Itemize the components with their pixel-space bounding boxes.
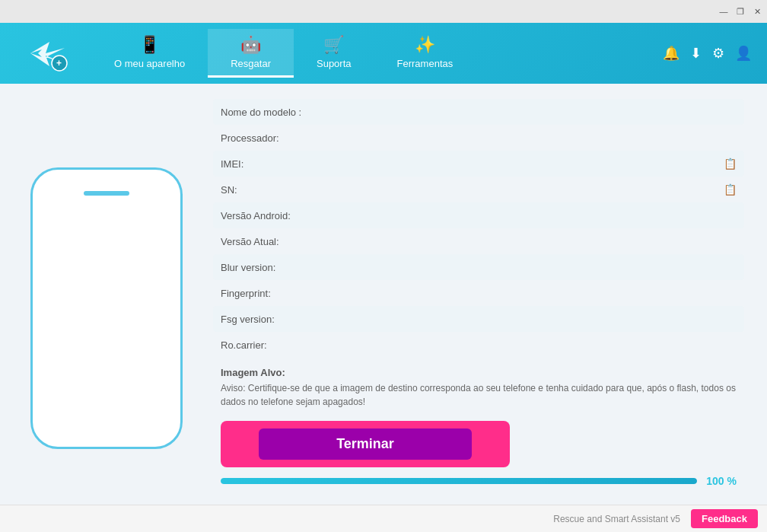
logo: + bbox=[15, 30, 76, 76]
device-icon: 📱 bbox=[139, 35, 160, 55]
version-text: Rescue and Smart Assistant v5 bbox=[553, 514, 680, 524]
minimize-button[interactable]: — bbox=[717, 5, 730, 18]
footer: Rescue and Smart Assistant v5 Feedback bbox=[0, 505, 767, 532]
close-button[interactable]: ✕ bbox=[750, 5, 764, 18]
blur-label: Blur version: bbox=[221, 262, 342, 273]
user-icon[interactable]: 👤 bbox=[735, 45, 752, 62]
model-label: Nome do modelo : bbox=[221, 107, 342, 118]
terminar-button[interactable]: Terminar bbox=[259, 428, 472, 460]
processor-row: Processador: bbox=[213, 125, 744, 151]
imei-label: IMEI: bbox=[221, 158, 342, 170]
nav-item-tools[interactable]: ✨ Ferramentas bbox=[374, 29, 476, 78]
rescue-icon: 🤖 bbox=[240, 35, 261, 55]
current-label: Versão Atual: bbox=[221, 236, 342, 247]
info-panel: Nome do modelo : Processador: IMEI: 📋 SN… bbox=[213, 99, 744, 517]
window-controls: — ❐ ✕ bbox=[717, 5, 764, 18]
terminar-wrapper: Terminar bbox=[221, 421, 510, 467]
fingerprint-row: Fingerprint: bbox=[213, 280, 744, 306]
nav-label-my-device: O meu aparelho bbox=[114, 58, 185, 69]
feedback-button[interactable]: Feedback bbox=[691, 509, 758, 528]
progress-percent: 100 % bbox=[706, 475, 737, 487]
imei-copy-icon[interactable]: 📋 bbox=[724, 158, 737, 170]
nav-items: 📱 O meu aparelho 🤖 Resgatar 🛒 Suporta ✨ … bbox=[91, 29, 663, 78]
terminar-section: Terminar bbox=[213, 421, 744, 467]
processor-label: Processador: bbox=[221, 132, 342, 144]
android-label: Versão Android: bbox=[221, 210, 342, 221]
blur-row: Blur version: bbox=[213, 254, 744, 280]
nav-item-rescue[interactable]: 🤖 Resgatar bbox=[208, 29, 294, 78]
sn-row: SN: 📋 bbox=[213, 177, 744, 202]
bell-icon[interactable]: 🔔 bbox=[663, 45, 679, 62]
imei-row: IMEI: 📋 bbox=[213, 151, 744, 177]
gear-icon[interactable]: ⚙ bbox=[712, 45, 724, 62]
nav-right-icons: 🔔 ⬇ ⚙ 👤 bbox=[663, 45, 752, 62]
aviso-text: Aviso: Certifique-se de que a imagem de … bbox=[221, 381, 737, 409]
navbar: + 📱 O meu aparelho 🤖 Resgatar 🛒 Suporta … bbox=[0, 23, 767, 84]
phone-panel bbox=[23, 99, 190, 517]
fingerprint-label: Fingerprint: bbox=[221, 288, 342, 299]
carrier-label: Ro.carrier: bbox=[221, 339, 342, 351]
sn-copy-icon[interactable]: 📋 bbox=[724, 183, 737, 196]
android-row: Versão Android: bbox=[213, 202, 744, 228]
imagem-alvo-section: Imagem Alvo: Aviso: Certifique-se de que… bbox=[213, 362, 744, 413]
tools-icon: ✨ bbox=[415, 35, 435, 55]
nav-label-tools: Ferramentas bbox=[397, 58, 454, 69]
nav-item-my-device[interactable]: 📱 O meu aparelho bbox=[91, 29, 208, 78]
nav-item-support[interactable]: 🛒 Suporta bbox=[294, 29, 374, 78]
carrier-row: Ro.carrier: bbox=[213, 332, 744, 358]
current-row: Versão Atual: bbox=[213, 228, 744, 254]
phone-outline bbox=[30, 167, 183, 449]
progress-section: 100 % bbox=[213, 467, 744, 487]
title-bar: — ❐ ✕ bbox=[0, 0, 767, 23]
nav-label-rescue: Resgatar bbox=[231, 58, 271, 69]
download-icon[interactable]: ⬇ bbox=[690, 45, 702, 62]
phone-speaker bbox=[84, 191, 129, 196]
model-row: Nome do modelo : bbox=[213, 99, 744, 125]
fsg-row: Fsg version: bbox=[213, 306, 744, 332]
fsg-label: Fsg version: bbox=[221, 314, 342, 325]
main-content: Nome do modelo : Processador: IMEI: 📋 SN… bbox=[0, 84, 767, 532]
support-icon: 🛒 bbox=[323, 35, 344, 55]
sn-label: SN: bbox=[221, 184, 342, 196]
svg-text:+: + bbox=[56, 58, 62, 68]
progress-bar-background bbox=[221, 478, 697, 484]
progress-bar-fill bbox=[221, 478, 697, 484]
imagem-alvo-label: Imagem Alvo: bbox=[221, 367, 737, 378]
restore-button[interactable]: ❐ bbox=[734, 5, 747, 18]
nav-label-support: Suporta bbox=[317, 58, 352, 69]
